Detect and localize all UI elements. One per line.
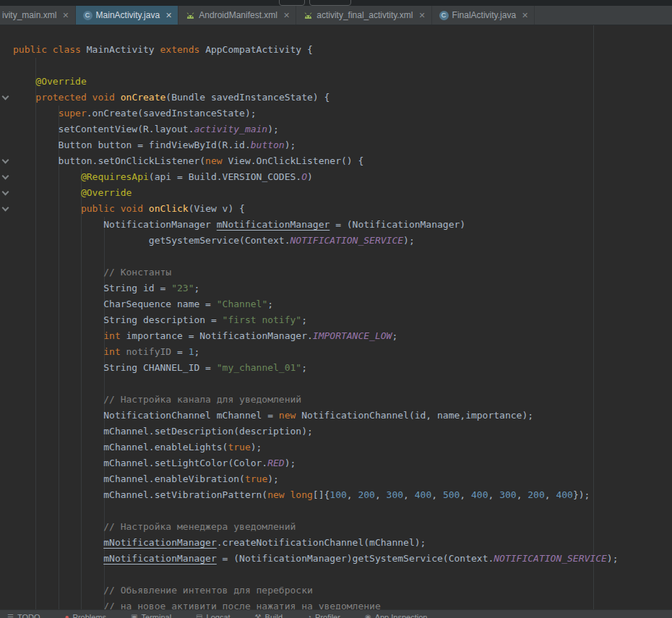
code-line[interactable]: @Override	[13, 185, 672, 201]
code-line[interactable]: mChannel.enableVibration(true);	[13, 471, 672, 487]
tool-button-todo[interactable]: ☰TODO	[7, 611, 40, 618]
code-line[interactable]	[13, 376, 672, 392]
tab-label: MainActivity.java	[96, 10, 160, 20]
problems-icon: ●	[65, 614, 69, 618]
code-line[interactable]: NotificationChannel mChannel = new Notif…	[13, 408, 672, 424]
code-area[interactable]: public class MainActivity extends AppCom…	[13, 42, 672, 610]
code-line[interactable]: mChannel.setDescription(description);	[13, 424, 672, 439]
code-line[interactable]: @RequiresApi(api = Build.VERSION_CODES.O…	[13, 169, 672, 185]
code-line[interactable]: // Константы	[13, 265, 672, 280]
editor-tab-androidmanifest-xml[interactable]: AndroidManifest.xml✕	[178, 6, 296, 25]
close-icon[interactable]: ✕	[283, 12, 290, 20]
code-line[interactable]: mChannel.enableLights(true);	[13, 439, 672, 455]
ide-window: ivity_main.xml✕CMainActivity.java✕Androi…	[0, 0, 672, 618]
java-class-icon: C	[439, 11, 449, 20]
terminal-icon: ▣	[131, 614, 137, 618]
inspection-icon: ◉	[365, 614, 371, 618]
code-line[interactable]: CharSequence name = "Channel";	[13, 296, 672, 312]
code-line[interactable]: mNotificationManager.createNotificationC…	[13, 535, 672, 551]
code-line[interactable]: String description = "first notify";	[13, 312, 672, 328]
code-line[interactable]: getSystemService(Context.NOTIFICATION_SE…	[13, 233, 672, 249]
tab-label: ivity_main.xml	[2, 10, 56, 20]
editor-tab-mainactivity-java[interactable]: CMainActivity.java✕	[76, 6, 179, 25]
code-line[interactable]: button.setOnClickListener(new View.OnCli…	[13, 153, 672, 169]
android-file-icon	[303, 12, 313, 20]
fold-marker-icon[interactable]	[2, 94, 9, 100]
fold-marker-icon[interactable]	[2, 173, 9, 180]
code-line[interactable]	[13, 58, 672, 74]
build-icon: ⚒	[255, 614, 262, 618]
fold-marker-icon[interactable]	[2, 205, 9, 212]
tool-button-label: Logcat	[207, 613, 231, 618]
code-line[interactable]: mChannel.setLightColor(Color.RED);	[13, 455, 672, 471]
code-line[interactable]: // на новое активити после нажатия на ув…	[13, 598, 672, 610]
tab-label: FinalActivity.java	[452, 10, 516, 20]
tool-button-label: Problems	[73, 613, 106, 618]
tool-button-app-inspection[interactable]: ◉App Inspection	[365, 611, 428, 618]
toolbar-button-partial[interactable]	[279, 0, 305, 6]
code-line[interactable]: super.onCreate(savedInstanceState);	[13, 106, 672, 121]
todo-icon: ☰	[7, 614, 14, 618]
android-file-icon	[186, 12, 195, 20]
editor-tab-finalactivity-java[interactable]: CFinalActivity.java✕	[432, 6, 535, 25]
code-line[interactable]: setContentView(R.layout.activity_main);	[13, 121, 672, 137]
close-icon[interactable]: ✕	[165, 12, 172, 20]
tab-label: AndroidManifest.xml	[199, 10, 277, 20]
tool-button-terminal[interactable]: ▣Terminal	[131, 611, 171, 618]
code-line[interactable]: mChannel.setVibrationPattern(new long[]{…	[13, 487, 672, 503]
code-line[interactable]: Button button = findViewById(R.id.button…	[13, 137, 672, 153]
code-line[interactable]: String CHANNEL_ID = "my_channel_01";	[13, 360, 672, 376]
code-line[interactable]: int importance = NotificationManager.IMP…	[13, 328, 672, 344]
code-line[interactable]: int notifyID = 1;	[13, 344, 672, 360]
code-line[interactable]	[13, 503, 672, 519]
tool-button-label: App Inspection	[375, 613, 428, 618]
tab-label: activity_final_activtity.xml	[316, 10, 413, 20]
editor-gutter	[0, 25, 12, 610]
tool-button-profiler[interactable]: ◔Profiler	[307, 611, 340, 618]
code-line[interactable]: protected void onCreate(Bundle savedInst…	[13, 90, 672, 106]
editor-tab-ivity-main-xml[interactable]: ivity_main.xml✕	[0, 6, 76, 25]
tool-button-build[interactable]: ⚒Build	[255, 611, 283, 618]
code-line[interactable]: String id = "23";	[13, 280, 672, 296]
code-line[interactable]: mNotificationManager = (NotificationMana…	[13, 551, 672, 567]
tool-button-label: TODO	[17, 613, 40, 618]
tool-button-label: Profiler	[315, 613, 340, 618]
toolbar-button-partial[interactable]	[309, 0, 351, 6]
java-class-icon: C	[83, 11, 92, 20]
code-line[interactable]: NotificationManager mNotificationManager…	[13, 217, 672, 233]
close-icon[interactable]: ✕	[418, 12, 425, 20]
code-line[interactable]	[13, 249, 672, 265]
editor-tab-activity-final-activtity-xml[interactable]: activity_final_activtity.xml✕	[296, 6, 431, 25]
tool-button-label: Terminal	[142, 613, 172, 618]
fold-marker-icon[interactable]	[2, 158, 9, 164]
tool-button-problems[interactable]: ●Problems	[65, 611, 107, 618]
close-icon[interactable]: ✕	[522, 12, 528, 20]
code-line[interactable]: // Обьявление интентов для переброски	[13, 583, 672, 598]
toolbar-strip	[0, 0, 672, 6]
tool-button-label: Build	[265, 613, 283, 618]
close-icon[interactable]: ✕	[62, 12, 69, 20]
editor-pane: public class MainActivity extends AppCom…	[0, 25, 672, 610]
editor-tab-bar: ivity_main.xml✕CMainActivity.java✕Androi…	[0, 6, 672, 25]
code-line[interactable]: @Override	[13, 74, 672, 90]
code-line[interactable]: // Настройка менеджера уведомлений	[13, 519, 672, 535]
code-line[interactable]	[13, 567, 672, 583]
tool-window-bar: ☰TODO●Problems▣Terminal▤Logcat⚒Build◔Pro…	[0, 609, 672, 618]
code-line[interactable]: public void onClick(View v) {	[13, 201, 672, 217]
code-line[interactable]: public class MainActivity extends AppCom…	[13, 42, 672, 58]
profiler-icon: ◔	[307, 614, 311, 618]
logcat-icon: ▤	[196, 614, 202, 618]
code-line[interactable]: // Настройка канала для уведомлений	[13, 392, 672, 408]
tool-button-logcat[interactable]: ▤Logcat	[196, 611, 230, 618]
fold-marker-icon[interactable]	[2, 189, 9, 196]
